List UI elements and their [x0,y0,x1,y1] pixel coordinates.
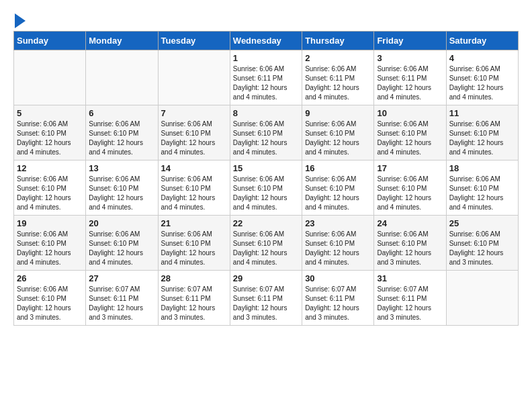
calendar-cell-w1d6: 11Sunrise: 6:06 AM Sunset: 6:10 PM Dayli… [446,105,518,161]
day-info: Sunrise: 6:06 AM Sunset: 6:10 PM Dayligh… [161,120,227,157]
day-info: Sunrise: 6:06 AM Sunset: 6:11 PM Dayligh… [377,64,443,102]
calendar-cell-w0d5: 3Sunrise: 6:06 AM Sunset: 6:11 PM Daylig… [374,50,446,105]
calendar-cell-w2d1: 13Sunrise: 6:06 AM Sunset: 6:10 PM Dayli… [86,161,158,216]
week-row-3: 19Sunrise: 6:06 AM Sunset: 6:10 PM Dayli… [14,216,519,271]
calendar-cell-w0d0 [14,50,86,105]
calendar-cell-w1d0: 5Sunrise: 6:06 AM Sunset: 6:10 PM Daylig… [14,105,86,161]
calendar-cell-w1d4: 9Sunrise: 6:06 AM Sunset: 6:10 PM Daylig… [302,105,374,161]
day-info: Sunrise: 6:07 AM Sunset: 6:11 PM Dayligh… [89,285,154,322]
day-number: 31 [377,273,443,283]
calendar-cell-w3d4: 23Sunrise: 6:06 AM Sunset: 6:10 PM Dayli… [302,216,374,271]
day-info: Sunrise: 6:07 AM Sunset: 6:11 PM Dayligh… [377,285,443,322]
day-info: Sunrise: 6:06 AM Sunset: 6:10 PM Dayligh… [305,175,371,212]
day-number: 6 [89,108,154,118]
weekday-header-wednesday: Wednesday [230,32,302,50]
weekday-header-monday: Monday [86,32,158,50]
calendar-cell-w2d4: 16Sunrise: 6:06 AM Sunset: 6:10 PM Dayli… [302,161,374,216]
calendar-cell-w3d5: 24Sunrise: 6:06 AM Sunset: 6:10 PM Dayli… [374,216,446,271]
calendar-cell-w3d2: 21Sunrise: 6:06 AM Sunset: 6:10 PM Dayli… [158,216,230,271]
day-info: Sunrise: 6:07 AM Sunset: 6:11 PM Dayligh… [161,285,227,322]
day-info: Sunrise: 6:07 AM Sunset: 6:11 PM Dayligh… [233,285,299,322]
day-info: Sunrise: 6:06 AM Sunset: 6:10 PM Dayligh… [161,175,227,212]
day-info: Sunrise: 6:06 AM Sunset: 6:10 PM Dayligh… [233,230,299,267]
calendar-cell-w0d6: 4Sunrise: 6:06 AM Sunset: 6:10 PM Daylig… [446,50,518,105]
calendar-cell-w2d5: 17Sunrise: 6:06 AM Sunset: 6:10 PM Dayli… [374,161,446,216]
calendar-cell-w3d3: 22Sunrise: 6:06 AM Sunset: 6:10 PM Dayli… [230,216,302,271]
day-info: Sunrise: 6:06 AM Sunset: 6:10 PM Dayligh… [17,285,83,322]
calendar-cell-w2d2: 14Sunrise: 6:06 AM Sunset: 6:10 PM Dayli… [158,161,230,216]
weekday-header-row: SundayMondayTuesdayWednesdayThursdayFrid… [14,32,519,50]
day-info: Sunrise: 6:06 AM Sunset: 6:10 PM Dayligh… [449,175,515,212]
day-number: 28 [161,273,227,283]
day-number: 15 [233,163,299,173]
day-info: Sunrise: 6:07 AM Sunset: 6:11 PM Dayligh… [305,285,371,322]
day-number: 21 [161,218,227,228]
day-info: Sunrise: 6:06 AM Sunset: 6:10 PM Dayligh… [17,230,83,267]
calendar-cell-w1d2: 7Sunrise: 6:06 AM Sunset: 6:10 PM Daylig… [158,105,230,161]
day-info: Sunrise: 6:06 AM Sunset: 6:10 PM Dayligh… [449,230,515,267]
calendar-cell-w3d0: 19Sunrise: 6:06 AM Sunset: 6:10 PM Dayli… [14,216,86,271]
weekday-header-tuesday: Tuesday [158,32,230,50]
day-info: Sunrise: 6:06 AM Sunset: 6:11 PM Dayligh… [305,64,371,102]
week-row-2: 12Sunrise: 6:06 AM Sunset: 6:10 PM Dayli… [14,161,519,216]
day-number: 19 [17,218,83,228]
day-number: 12 [17,163,83,173]
day-number: 23 [305,218,371,228]
day-info: Sunrise: 6:06 AM Sunset: 6:10 PM Dayligh… [449,64,515,102]
weekday-header-friday: Friday [374,32,446,50]
day-info: Sunrise: 6:06 AM Sunset: 6:10 PM Dayligh… [17,175,83,212]
day-info: Sunrise: 6:06 AM Sunset: 6:10 PM Dayligh… [89,230,154,267]
calendar-cell-w0d3: 1Sunrise: 6:06 AM Sunset: 6:11 PM Daylig… [230,50,302,105]
day-number: 3 [377,53,443,63]
week-row-4: 26Sunrise: 6:06 AM Sunset: 6:10 PM Dayli… [14,271,519,326]
day-number: 10 [377,108,443,118]
day-number: 20 [89,218,154,228]
calendar-table: SundayMondayTuesdayWednesdayThursdayFrid… [13,31,519,326]
day-info: Sunrise: 6:06 AM Sunset: 6:10 PM Dayligh… [377,120,443,157]
day-info: Sunrise: 6:06 AM Sunset: 6:10 PM Dayligh… [305,120,371,157]
day-number: 8 [233,108,299,118]
day-number: 24 [377,218,443,228]
day-info: Sunrise: 6:06 AM Sunset: 6:10 PM Dayligh… [233,175,299,212]
day-info: Sunrise: 6:06 AM Sunset: 6:10 PM Dayligh… [161,230,227,267]
calendar-cell-w4d0: 26Sunrise: 6:06 AM Sunset: 6:10 PM Dayli… [14,271,86,326]
day-number: 27 [89,273,154,283]
day-info: Sunrise: 6:06 AM Sunset: 6:10 PM Dayligh… [89,120,154,157]
calendar-cell-w4d4: 30Sunrise: 6:07 AM Sunset: 6:11 PM Dayli… [302,271,374,326]
calendar-cell-w0d1 [86,50,158,105]
weekday-header-saturday: Saturday [446,32,518,50]
logo-arrow-icon [15,13,26,28]
calendar-cell-w4d3: 29Sunrise: 6:07 AM Sunset: 6:11 PM Dayli… [230,271,302,326]
day-number: 30 [305,273,371,283]
calendar-cell-w4d1: 27Sunrise: 6:07 AM Sunset: 6:11 PM Dayli… [86,271,158,326]
day-info: Sunrise: 6:06 AM Sunset: 6:10 PM Dayligh… [89,175,154,212]
day-info: Sunrise: 6:06 AM Sunset: 6:10 PM Dayligh… [377,230,443,267]
logo [13,13,26,26]
day-number: 1 [233,53,299,63]
week-row-1: 5Sunrise: 6:06 AM Sunset: 6:10 PM Daylig… [14,105,519,161]
calendar-cell-w2d6: 18Sunrise: 6:06 AM Sunset: 6:10 PM Dayli… [446,161,518,216]
weekday-header-sunday: Sunday [14,32,86,50]
calendar-cell-w3d1: 20Sunrise: 6:06 AM Sunset: 6:10 PM Dayli… [86,216,158,271]
calendar-cell-w2d3: 15Sunrise: 6:06 AM Sunset: 6:10 PM Dayli… [230,161,302,216]
calendar-cell-w1d5: 10Sunrise: 6:06 AM Sunset: 6:10 PM Dayli… [374,105,446,161]
day-number: 4 [449,53,515,63]
day-info: Sunrise: 6:06 AM Sunset: 6:10 PM Dayligh… [233,120,299,157]
calendar-cell-w4d5: 31Sunrise: 6:07 AM Sunset: 6:11 PM Dayli… [374,271,446,326]
day-info: Sunrise: 6:06 AM Sunset: 6:10 PM Dayligh… [377,175,443,212]
day-number: 9 [305,108,371,118]
day-number: 5 [17,108,83,118]
day-number: 26 [17,273,83,283]
day-number: 2 [305,53,371,63]
day-number: 16 [305,163,371,173]
day-number: 7 [161,108,227,118]
calendar-page: SundayMondayTuesdayWednesdayThursdayFrid… [0,0,532,332]
calendar-cell-w2d0: 12Sunrise: 6:06 AM Sunset: 6:10 PM Dayli… [14,161,86,216]
day-number: 13 [89,163,154,173]
day-number: 11 [449,108,515,118]
calendar-cell-w4d6 [446,271,518,326]
calendar-cell-w3d6: 25Sunrise: 6:06 AM Sunset: 6:10 PM Dayli… [446,216,518,271]
day-number: 17 [377,163,443,173]
calendar-cell-w4d2: 28Sunrise: 6:07 AM Sunset: 6:11 PM Dayli… [158,271,230,326]
weekday-header-thursday: Thursday [302,32,374,50]
